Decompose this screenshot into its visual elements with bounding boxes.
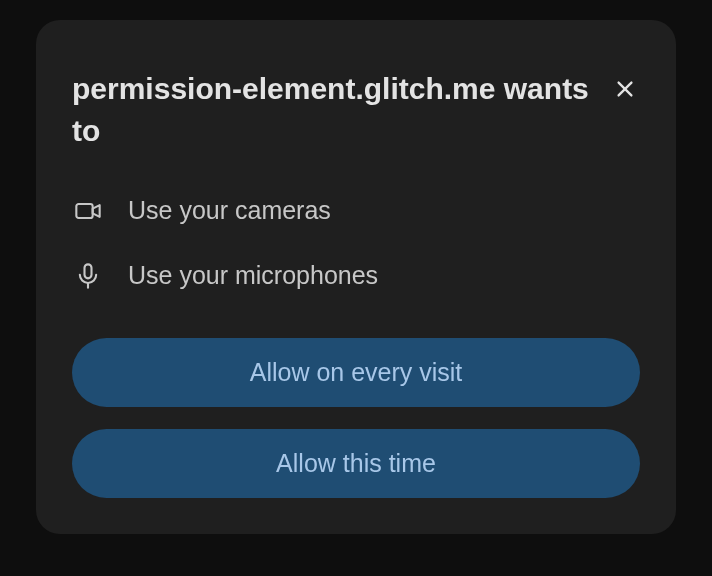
permission-label: Use your microphones [128,261,378,290]
svg-rect-2 [76,204,92,218]
camera-icon [74,197,102,225]
dialog-origin: permission-element.glitch.me [72,72,504,105]
close-button[interactable] [610,74,640,107]
dialog-header: permission-element.glitch.me wants to [72,68,640,152]
button-group: Allow on every visit Allow this time [72,338,640,498]
dialog-title: permission-element.glitch.me wants to [72,68,590,152]
permission-item-microphone: Use your microphones [74,261,640,290]
close-icon [614,78,636,103]
allow-every-visit-button[interactable]: Allow on every visit [72,338,640,407]
permission-label: Use your cameras [128,196,331,225]
allow-this-time-button[interactable]: Allow this time [72,429,640,498]
microphone-icon [74,262,102,290]
svg-rect-3 [85,264,92,278]
permission-list: Use your cameras Use your microphones [72,196,640,290]
permission-dialog: permission-element.glitch.me wants to Us… [36,20,676,534]
permission-item-camera: Use your cameras [74,196,640,225]
